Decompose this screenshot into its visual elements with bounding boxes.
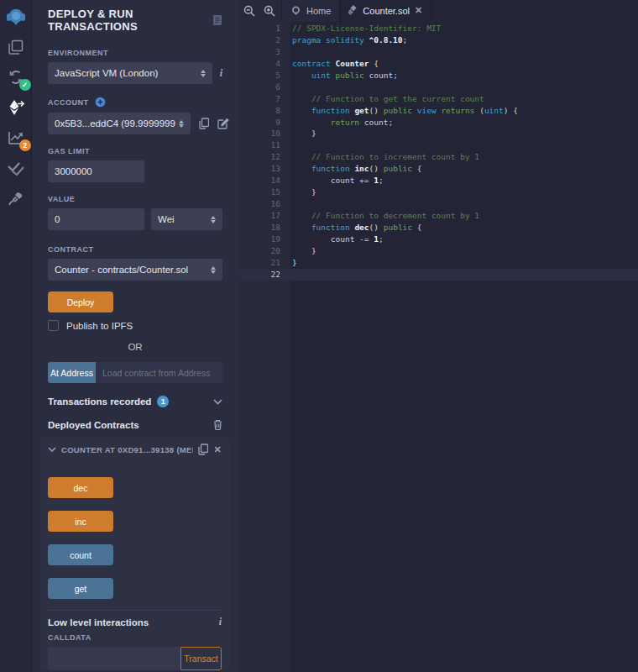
transactions-recorded-label: Transactions recorded bbox=[48, 396, 151, 407]
publish-ipfs-label: Publish to IPFS bbox=[66, 321, 133, 331]
divider bbox=[48, 610, 222, 611]
solidity-compiler-icon[interactable]: ✓ bbox=[5, 66, 27, 88]
deploy-button[interactable]: Deploy bbox=[48, 291, 113, 312]
zoom-controls bbox=[238, 0, 281, 21]
close-instance-icon[interactable]: ✕ bbox=[213, 444, 222, 455]
code-line[interactable]: 10 } bbox=[238, 128, 638, 139]
documentation-icon[interactable] bbox=[212, 14, 222, 26]
publish-ipfs-checkbox[interactable] bbox=[48, 320, 59, 331]
low-level-info-icon[interactable]: i bbox=[219, 616, 222, 628]
trash-icon[interactable] bbox=[213, 419, 222, 430]
account-label: ACCOUNT bbox=[48, 98, 89, 107]
select-caret-icon bbox=[201, 70, 206, 77]
line-number: 7 bbox=[238, 93, 290, 105]
line-number: 5 bbox=[238, 70, 290, 81]
zoom-in-icon[interactable] bbox=[264, 5, 275, 17]
deployed-contracts-label: Deployed Contracts bbox=[48, 420, 139, 430]
transact-button[interactable]: Transact bbox=[180, 647, 222, 670]
line-number: 18 bbox=[238, 222, 290, 234]
line-number: 9 bbox=[238, 117, 290, 129]
code-line[interactable]: 2pragma solidity ^0.8.10; bbox=[238, 34, 638, 46]
code-line[interactable]: 15 } bbox=[238, 186, 638, 198]
panel-title-row: DEPLOY & RUN TRANSACTIONS bbox=[48, 8, 222, 33]
line-number: 16 bbox=[238, 198, 290, 210]
calldata-label: CALLDATA bbox=[48, 633, 222, 642]
static-analysis-icon[interactable]: 2 bbox=[5, 127, 27, 149]
code-line[interactable]: 21} bbox=[238, 257, 638, 269]
code-line[interactable]: 18 function dec() public { bbox=[238, 222, 638, 234]
code-line[interactable]: 13 function inc() public { bbox=[238, 163, 638, 175]
create-account-icon[interactable] bbox=[95, 97, 106, 108]
code-line[interactable]: 17 // Function to decrement count by 1 bbox=[238, 210, 638, 222]
deploy-run-icon[interactable] bbox=[5, 97, 27, 118]
tab-counter-sol[interactable]: Counter.sol ✕ bbox=[339, 0, 431, 21]
gas-limit-input[interactable] bbox=[48, 160, 144, 182]
close-tab-icon[interactable]: ✕ bbox=[415, 5, 422, 16]
code-line[interactable]: 9 return count; bbox=[238, 117, 638, 129]
value-input[interactable] bbox=[48, 208, 144, 230]
panel-title: DEPLOY & RUN TRANSACTIONS bbox=[48, 8, 205, 33]
code-line[interactable]: 14 count += 1; bbox=[238, 175, 638, 186]
zoom-out-icon[interactable] bbox=[243, 5, 255, 17]
get-function-button[interactable]: get bbox=[48, 578, 113, 599]
line-number: 13 bbox=[238, 163, 290, 175]
line-number: 19 bbox=[238, 234, 290, 245]
calldata-input[interactable] bbox=[48, 647, 180, 670]
code-line[interactable]: 1// SPDX-License-Identifier: MIT bbox=[238, 23, 638, 34]
code-line[interactable]: 16 bbox=[238, 198, 638, 210]
file-explorer-icon[interactable] bbox=[5, 36, 27, 58]
remix-home-icon bbox=[290, 5, 301, 16]
value-unit-select[interactable]: Wei bbox=[151, 208, 222, 230]
copy-account-icon[interactable] bbox=[199, 118, 209, 129]
instance-chevron-down-icon[interactable] bbox=[48, 447, 56, 452]
editor-tab-bar: Home Counter.sol ✕ bbox=[238, 0, 638, 21]
select-caret-icon bbox=[179, 120, 184, 128]
code-line[interactable]: 22 bbox=[238, 269, 638, 281]
line-number: 21 bbox=[238, 257, 290, 269]
low-level-interactions-label: Low level interactions bbox=[48, 617, 149, 627]
deploy-run-panel: DEPLOY & RUN TRANSACTIONS ENVIRONMENT Ja… bbox=[32, 0, 238, 672]
compiler-success-badge: ✓ bbox=[19, 79, 31, 91]
line-number: 15 bbox=[238, 186, 290, 198]
line-number: 17 bbox=[238, 210, 290, 222]
code-line[interactable]: 7 // Function to get the current count bbox=[238, 93, 638, 105]
code-line[interactable]: 6 bbox=[238, 81, 638, 93]
line-number: 1 bbox=[238, 23, 290, 34]
plugin-manager-icon[interactable] bbox=[5, 187, 27, 209]
code-line[interactable]: 19 count -= 1; bbox=[238, 234, 638, 245]
solidity-file-icon bbox=[348, 5, 358, 16]
unit-testing-icon[interactable] bbox=[5, 157, 27, 179]
code-line[interactable]: 20 } bbox=[238, 245, 638, 257]
at-address-button[interactable]: At Address bbox=[48, 362, 96, 383]
tab-home[interactable]: Home bbox=[281, 0, 339, 21]
code-line[interactable]: 4contract Counter { bbox=[238, 58, 638, 70]
value-label: VALUE bbox=[48, 195, 222, 203]
copy-address-icon[interactable] bbox=[198, 444, 208, 455]
select-caret-icon bbox=[211, 216, 216, 223]
code-line[interactable]: 12 // Function to increment count by 1 bbox=[238, 151, 638, 163]
code-line[interactable]: 11 bbox=[238, 139, 638, 151]
line-number: 3 bbox=[238, 46, 290, 58]
dec-function-button[interactable]: dec bbox=[48, 477, 113, 498]
contract-select[interactable]: Counter - contracts/Counter.sol bbox=[48, 259, 222, 281]
count-function-button[interactable]: count bbox=[48, 544, 113, 565]
environment-info-icon[interactable]: i bbox=[220, 67, 222, 80]
transactions-count-badge: 1 bbox=[157, 396, 169, 407]
code-line[interactable]: 3 bbox=[238, 46, 638, 58]
code-line[interactable]: 5 uint public count; bbox=[238, 70, 638, 81]
deployed-contract-instance: COUNTER AT 0XD91...39138 (MEMORY ✕ decin… bbox=[40, 437, 229, 670]
chevron-down-icon[interactable] bbox=[213, 399, 222, 405]
inc-function-button[interactable]: inc bbox=[48, 511, 113, 532]
select-caret-icon bbox=[211, 266, 216, 274]
line-number: 14 bbox=[238, 175, 290, 186]
line-number: 12 bbox=[238, 151, 290, 163]
account-select[interactable]: 0x5B3...eddC4 (99.9999999 bbox=[48, 113, 191, 134]
line-number: 8 bbox=[238, 105, 290, 117]
environment-select[interactable]: JavaScript VM (London) bbox=[48, 62, 212, 84]
remix-logo[interactable] bbox=[5, 6, 27, 28]
code-line[interactable]: 8 function get() public view returns (ui… bbox=[238, 105, 638, 117]
at-address-input[interactable] bbox=[96, 362, 222, 383]
sign-message-icon[interactable] bbox=[217, 118, 229, 129]
code-editor[interactable]: 1// SPDX-License-Identifier: MIT2pragma … bbox=[238, 21, 638, 672]
activity-bar: ✓ 2 bbox=[0, 0, 32, 672]
